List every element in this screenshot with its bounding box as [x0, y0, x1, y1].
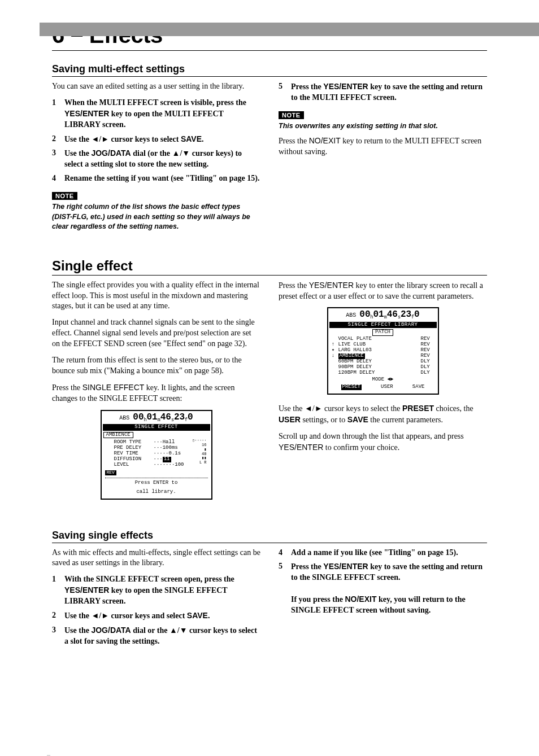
steps-list: 1 When the MULTI EFFECT screen is visibl…	[52, 98, 260, 184]
figure-single-effect-library: ABS 00h01m46s23f0 SINGLE EFFECT LIBRARY …	[327, 307, 439, 395]
note-badge: NOTE	[279, 111, 304, 119]
note-badge: NOTE	[52, 192, 77, 200]
right-column: 5 Press the YES/ENTER key to save the se…	[279, 78, 487, 237]
step-number: 2	[52, 134, 64, 145]
step-number: 5	[279, 81, 291, 103]
step-item: 5 Press the YES/ENTER key to save the se…	[279, 81, 487, 103]
rev-tab: REV	[105, 470, 116, 475]
footer-line: call library.	[103, 488, 210, 497]
patch-name: AMBIENCE	[103, 432, 133, 439]
note-text: The right column of the list shows the b…	[52, 202, 260, 232]
body-text: Scroll up and down through the list that…	[279, 431, 487, 453]
step-body: Press the YES/ENTER key to save the sett…	[291, 561, 487, 615]
step-number: 1	[52, 574, 64, 607]
intro-text: You can save an edited setting as a user…	[52, 81, 260, 92]
left-column: You can save an edited setting as a user…	[52, 78, 260, 237]
tab-row: PRESET USER SAVE	[329, 383, 437, 392]
step-body: Add a name if you like (see "Titling" on…	[291, 548, 487, 558]
step-number: 2	[52, 610, 64, 622]
left-column: As with mic effects and multi-effects, s…	[52, 544, 260, 652]
right-column: 4 Add a name if you like (see "Titling" …	[279, 544, 487, 652]
two-column-layout: The single effect provides you with a qu…	[52, 277, 487, 508]
body-text: The single effect provides you with a qu…	[52, 280, 260, 312]
step-number: 3	[52, 625, 64, 647]
body-text: Press the SINGLE EFFECT key. It lights, …	[52, 382, 260, 404]
step-body: Use the ◄/► cursor keys and select SAVE.	[64, 610, 260, 622]
body-text: Input channel and track channel signals …	[52, 317, 260, 349]
step-number: 3	[52, 148, 64, 170]
screen-header: SINGLE EFFECT	[103, 424, 210, 431]
patch-label: PATCH	[372, 329, 393, 336]
timecode: ABS 00h01m46s23f0	[329, 309, 437, 321]
step-item: 1 With the SINGLE EFFECT screen open, pr…	[52, 574, 260, 607]
step-body: When the MULTI EFFECT screen is visible,…	[64, 98, 260, 130]
tab-user: USER	[381, 384, 393, 390]
step-number: 4	[279, 548, 291, 558]
library-list: ↑✦↓ VOCAL PLATE LIVE CLUB LARG HALL03 AM…	[329, 337, 437, 375]
step-body: Press the YES/ENTER key to save the sett…	[291, 81, 487, 103]
footer-line: Press ENTER to	[103, 479, 210, 488]
step-item: 4 Rename the setting if you want (see "T…	[52, 173, 260, 184]
step-number: 4	[52, 173, 64, 184]
tab-preset: PRESET	[341, 384, 362, 390]
scroll-arrows: ↑✦↓	[329, 337, 337, 375]
body-text: Press the YES/ENTER key to enter the lib…	[279, 280, 487, 302]
section-title-single-effect: Single effect	[52, 258, 487, 276]
step-item: 2 Use the ◄/► cursor keys and select SAV…	[52, 610, 260, 622]
step-item: 1 When the MULTI EFFECT screen is visibl…	[52, 98, 260, 130]
mode-row: MODE ◄►	[329, 376, 437, 384]
body-text: Use the ◄/► cursor keys to select the PR…	[279, 403, 487, 426]
step-item: 3 Use the JOG/DATA dial (or the ▲/▼ curs…	[52, 148, 260, 170]
screen-header: SINGLE EFFECT LIBRARY	[329, 322, 437, 329]
steps-list: 5 Press the YES/ENTER key to save the se…	[279, 81, 487, 103]
left-column: The single effect provides you with a qu…	[52, 277, 260, 508]
step-number: 1	[52, 98, 64, 130]
decor-top-bar	[52, 23, 539, 36]
steps-list: 4 Add a name if you like (see "Titling" …	[279, 548, 487, 616]
spacer	[52, 508, 487, 525]
spacer	[52, 237, 487, 254]
steps-list: 1 With the SINGLE EFFECT screen open, pr…	[52, 574, 260, 646]
step-body: Rename the setting if you want (see "Tit…	[64, 173, 260, 184]
decor-left-tab	[40, 23, 52, 36]
step-item: 5 Press the YES/ENTER key to save the se…	[279, 561, 487, 615]
item-names: VOCAL PLATE LIVE CLUB LARG HALL03 AMBIEN…	[337, 337, 421, 375]
body-text: The return from this effect is sent to t…	[52, 355, 260, 377]
figure-single-effect-screen: ABS 00h01m46s23f0 SINGLE EFFECT AMBIENCE…	[101, 410, 212, 500]
level-meter: ▯····· 16▮ 40▮▮ L R	[191, 439, 210, 465]
note-text: This overwrites any existing setting in …	[279, 121, 487, 132]
body-text: Press the NO/EXIT key to return to the M…	[279, 136, 487, 158]
item-types: REV REV REV REV DLY DLY DLY	[421, 337, 437, 375]
step-body: Use the JOG/DATA dial (or the ▲/▼ cursor…	[64, 148, 260, 170]
two-column-layout: You can save an edited setting as a user…	[52, 78, 487, 237]
step-item: 4 Add a name if you like (see "Titling" …	[279, 548, 487, 558]
section-title-save-single: Saving single effects	[52, 530, 487, 543]
right-column: Press the YES/ENTER key to enter the lib…	[279, 277, 487, 508]
step-item: 2 Use the ◄/► cursor keys to select SAVE…	[52, 134, 260, 145]
step-item: 3 Use the JOG/DATA dial or the ▲/▼ curso…	[52, 625, 260, 647]
tab-save: SAVE	[412, 384, 425, 390]
section-title-save-multi: Saving multi-effect settings	[52, 63, 487, 77]
two-column-layout: As with mic effects and multi-effects, s…	[52, 544, 487, 652]
step-body: Use the JOG/DATA dial or the ▲/▼ cursor …	[64, 625, 260, 647]
chapter-underline	[52, 50, 487, 51]
step-body: Use the ◄/► cursor keys to select SAVE.	[64, 134, 260, 145]
page: 6 − Effects Saving multi-effect settings…	[0, 23, 539, 756]
step-number: 5	[279, 561, 291, 615]
intro-text: As with mic effects and multi-effects, s…	[52, 548, 260, 569]
step-body: With the SINGLE EFFECT screen open, pres…	[64, 574, 260, 607]
timecode: ABS 00h01m46s23f0	[103, 412, 210, 423]
